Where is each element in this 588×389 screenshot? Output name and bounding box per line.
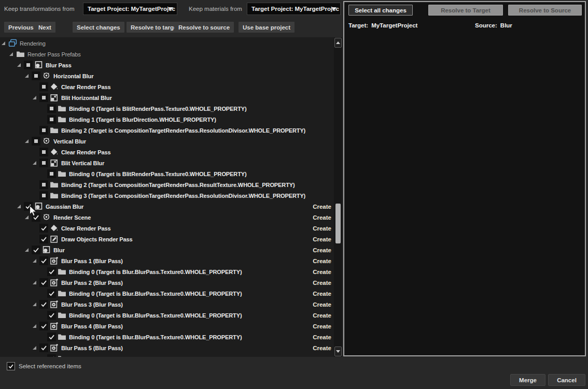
tree-item-checkbox[interactable] [39, 180, 48, 189]
tree-item-checkbox[interactable] [47, 169, 56, 178]
select-all-changes-button[interactable]: Select all changes [348, 5, 413, 16]
tree-row[interactable]: Blit Horizontal Blur [0, 92, 334, 103]
tree-item-label: Horizontal Blur [53, 73, 93, 79]
scrollbar-up-button[interactable] [334, 38, 342, 48]
next-button[interactable]: Next [34, 22, 55, 33]
tree-row[interactable]: Binding 0 (Target is BlitRenderPass.Text… [0, 168, 334, 179]
tree-item-checkbox[interactable] [39, 148, 48, 156]
tree-item-checkbox[interactable] [39, 300, 48, 309]
tree-item-label: Binding 0 (Target is BlitRenderPass.Text… [69, 106, 247, 112]
tree-row[interactable]: Rendering [0, 38, 334, 49]
tree-item-checkbox[interactable] [39, 343, 48, 352]
action-create-label: Create [313, 345, 331, 351]
resolve-to-source-button[interactable]: Resolve to source [174, 22, 234, 33]
tree-row[interactable]: Draw Objects Render PassCreate [0, 234, 334, 244]
tree-row[interactable]: Blur Pass 1 (Blur Pass)Create [0, 255, 334, 266]
tree-item-checkbox[interactable] [47, 104, 56, 113]
tree-row[interactable]: BlurCreate [0, 244, 334, 255]
expander-icon[interactable] [33, 161, 36, 165]
tree-item-label: Binding 0 (Target is Blur.BlurPass.Textu… [69, 269, 242, 275]
resolve-to-target-button-panel[interactable]: Resolve to Target [428, 5, 503, 16]
merge-button[interactable]: Merge [510, 374, 545, 386]
tree-item-checkbox[interactable] [39, 278, 48, 287]
tree-item-checkbox[interactable] [24, 61, 33, 69]
tree-row[interactable]: Vertical Blur [0, 136, 334, 147]
expander-icon[interactable] [17, 205, 21, 208]
chevron-down-icon [331, 7, 337, 10]
expander-icon[interactable] [33, 324, 36, 328]
tree-row[interactable]: Clear Render PassCreate [0, 223, 334, 234]
tree-row[interactable]: Clear Render Pass [0, 81, 334, 92]
keep-materials-dropdown[interactable]: Target Project: MyTargetProjec [247, 3, 341, 15]
tree-row[interactable]: Horizontal Blur [0, 70, 334, 81]
expander-icon[interactable] [33, 96, 36, 99]
tree-item-label: Binding 2 (Target is CompositionTargetRe… [61, 127, 305, 134]
expander-icon[interactable] [2, 41, 5, 45]
expander-icon[interactable] [33, 346, 36, 350]
expander-icon[interactable] [17, 63, 21, 67]
tree-row[interactable]: Gaussian BlurCreate [0, 201, 334, 212]
expander-icon[interactable] [25, 248, 29, 252]
tree-row[interactable]: Binding 1 (Target is BlurDirection.WHOLE… [0, 114, 334, 125]
tree-row[interactable]: Blur Pass 2 (Blur Pass)Create [0, 277, 334, 288]
select-changes-button[interactable]: Select changes [73, 22, 124, 33]
expander-icon[interactable] [33, 281, 36, 284]
tree-item-checkbox[interactable] [39, 224, 48, 233]
tree-item-checkbox[interactable] [24, 202, 33, 211]
tree-row[interactable]: Binding 0 (Target is Blur.BlurPass.Textu… [0, 353, 334, 357]
tree-item-checkbox[interactable] [32, 213, 40, 222]
resolve-to-source-button-panel[interactable]: Resolve to Source [508, 5, 582, 16]
select-referenced-items-checkbox[interactable] [7, 362, 15, 370]
expander-icon[interactable] [25, 74, 29, 78]
cancel-button[interactable]: Cancel [548, 374, 585, 386]
tree-scrollbar[interactable] [334, 37, 342, 357]
expander-icon[interactable] [9, 52, 13, 56]
tree-item-checkbox[interactable] [32, 137, 40, 146]
folder-icon [58, 104, 66, 113]
tree-item-checkbox[interactable] [32, 246, 40, 254]
tree-row[interactable]: Binding 0 (Target is Blur.BlurPass.Textu… [0, 332, 334, 342]
tree-row[interactable]: Binding 2 (Target is CompositionTargetRe… [0, 179, 334, 190]
scrollbar-thumb[interactable] [335, 204, 341, 243]
tree-item-checkbox[interactable] [39, 322, 48, 330]
tree-item-checkbox[interactable] [47, 289, 56, 298]
expander-icon[interactable] [25, 215, 29, 219]
tree-row[interactable]: Clear Render Pass [0, 147, 334, 157]
tree-row[interactable]: Render Pass Prefabs [0, 49, 334, 60]
tree-row[interactable]: Binding 0 (Target is Blur.BlurPass.Textu… [0, 266, 334, 277]
tree-row[interactable]: Blur Pass 3 (Blur Pass)Create [0, 299, 334, 310]
arrow-down-icon [336, 350, 340, 353]
tree-row[interactable]: Blur Pass [0, 60, 334, 70]
scrollbar-down-button[interactable] [334, 347, 342, 356]
tree-item-checkbox[interactable] [39, 191, 48, 200]
tree-row[interactable]: Binding 0 (Target is Blur.BlurPass.Textu… [0, 288, 334, 299]
tree-row[interactable]: Binding 0 (Target is Blur.BlurPass.Textu… [0, 310, 334, 321]
tree-item-checkbox[interactable] [47, 267, 56, 276]
expander-icon[interactable] [33, 302, 36, 306]
tree-item-checkbox[interactable] [47, 311, 56, 320]
prefab-icon [34, 61, 43, 69]
tree-item-checkbox[interactable] [47, 115, 56, 124]
tree-item-checkbox[interactable] [47, 354, 56, 357]
tree-row[interactable]: Binding 0 (Target is BlitRenderPass.Text… [0, 103, 334, 114]
tree-row[interactable]: Binding 2 (Target is CompositionTargetRe… [0, 125, 334, 136]
expander-icon[interactable] [25, 139, 29, 143]
tree-item-checkbox[interactable] [32, 71, 40, 80]
use-base-project-button[interactable]: Use base project [239, 22, 295, 33]
tree-item-checkbox[interactable] [39, 126, 48, 135]
tree-row[interactable]: Blur Pass 5 (Blur Pass)Create [0, 342, 334, 353]
tree-item-checkbox[interactable] [39, 82, 48, 91]
tree-row[interactable]: Binding 3 (Target is CompositionTargetRe… [0, 190, 334, 201]
tree-item-checkbox[interactable] [47, 333, 56, 341]
previous-button[interactable]: Previous [4, 22, 38, 33]
keep-transformations-dropdown[interactable]: Target Project: MyTargetProjec [83, 3, 177, 15]
tree-item-checkbox[interactable] [39, 159, 48, 167]
expander-icon[interactable] [33, 259, 36, 263]
tree-item-checkbox[interactable] [39, 235, 48, 243]
folder-icon [50, 126, 59, 135]
tree-row[interactable]: Blit Vertical Blur [0, 157, 334, 168]
tree-row[interactable]: Blur Pass 4 (Blur Pass)Create [0, 321, 334, 332]
tree-item-checkbox[interactable] [39, 93, 48, 102]
tree-row[interactable]: Render SceneCreate [0, 212, 334, 223]
tree-item-checkbox[interactable] [39, 256, 48, 265]
